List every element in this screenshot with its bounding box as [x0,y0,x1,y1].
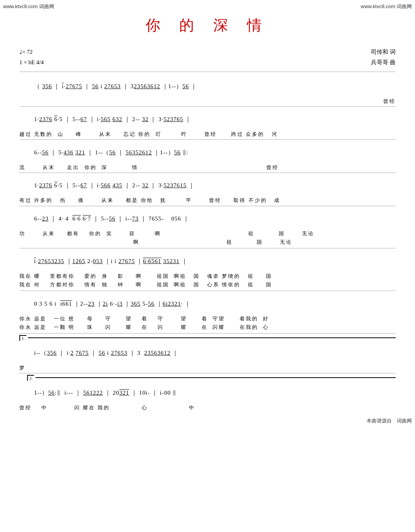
ending2-lyrics: 曾经 中 闪 耀在 我的 心 中 [19,404,396,411]
v2l2-notes: 6--23 ｜ 4· 4 6·6 6·7 ｜ 5--56 ｜ i--73 ｜ 7… [19,208,396,231]
watermark-bottom-right: 词曲网 [397,417,412,424]
intro-group: （ 356 ｜ i·27675 ｜ 56 i 27653 ｜ 323563612… [19,72,396,107]
v2l1-lyrics: 有过 许多的 伤 痛 从来 都是 你给 抚 平 曾经 取得 不少的 成 [19,197,396,204]
chorus1-lyrics1: 我在 哪 里都有你 爱的 身 影 啊 祖国 啊祖 国 魂牵 梦绕的 祖 国 [19,273,396,280]
meta-right: 司传和 词 兵哥哥 曲 [371,47,396,68]
chorus1-group: i·27653235 ｜1265 2-053 ｜i i 27675 ｜6·656… [19,250,396,291]
repeat-bracket-1: 1. [19,335,26,341]
v1l1-notes: 1·2376 6·5 ｜ 5--67 ｜ i·565 632 ｜ 2-- 32 … [19,108,396,131]
v1l2-group: 6--56 ｜ 5·436 321 ｜ 1--（56 ｜ 56352612 ｜1… [19,141,396,173]
v2l2-lyrics1: 功 从来 都有 你的 笑 容 啊 祖 国 无论 [19,230,396,237]
meta-left: ♩= 72 1 = bE 4/4 [19,47,44,68]
bottom-source: 本曲谱源自 [367,417,392,424]
chorus2-group: 0 3 5 6 i i661 ｜2--23 ｜2i 6·-i3 ｜365 5-5… [19,293,396,334]
ending2-notes: 1--）56:‖ i--- ｜ 561222 ｜ 20321 ｜ 10i- ｜ … [19,381,396,404]
intro-lyrics: 曾经 [19,98,396,105]
ending1-lyrics: 梦 [19,364,396,371]
v2l1-notes: 1·2376 6·5 ｜ 5--67 ｜ i·566 435 ｜ 2-- 32 … [19,174,396,197]
song-title: 你 的 深 情 [19,15,396,35]
page: www.ktvc8.com 词曲网 www.ktvc8.com 词曲网 你 的 … [0,0,415,428]
lyricist-label: 兵哥哥 曲 [371,57,396,68]
chorus2-lyrics1: 你永 远是 一位 慈 母 守 望 着 守 望 着 守望 着我的 好 [19,315,396,322]
tempo-marking: ♩= 72 [19,47,44,57]
chorus1-lyrics2: 我在 何 方都对你 情有 独 钟 啊 祖国 啊祖 国 心系 情依的 祖 国 [19,281,396,288]
watermark-top-right: www.ktvc8.com 词曲网 [361,3,412,10]
v1l1-group: 1·2376 6·5 ｜ 5--67 ｜ i·565 632 ｜ 2-- 32 … [19,108,396,140]
chorus1-notes: i·27653235 ｜1265 2-053 ｜i i 27675 ｜6·656… [19,250,396,273]
repeat-bracket-2: 2. [27,375,34,381]
key-marking: 1 = bE 4/4 [19,57,44,68]
watermark-top-left: www.ktvc8.com 词曲网 [3,3,54,10]
meta-row: ♩= 72 1 = bE 4/4 司传和 词 兵哥哥 曲 [19,47,396,68]
v1l2-lyrics: 流 从末 走出 你的 深 情 曾经 [19,164,396,171]
v1l1-lyrics: 越过 无数的 山 峰 从末 忘记 你的 叮 咛 曾经 跨过 众多的 河 [19,131,396,138]
ending2-group: 2. 1--）56:‖ i--- ｜ 561222 ｜ 20321 ｜ 10i-… [19,375,396,411]
chorus2-notes: 0 3 5 6 i i661 ｜2--23 ｜2i 6·-i3 ｜365 5-5… [19,293,396,315]
chorus2-lyrics2: 你永 远是 一颗 明 珠 闪 耀 在 闪 耀 在 闪耀 在我的 心 [19,324,396,331]
v1l2-notes: 6--56 ｜ 5·436 321 ｜ 1--（56 ｜ 56352612 ｜1… [19,141,396,164]
ending1-notes: i--（356 ｜ i·2 7675 ｜ 56 i 27653 ｜ 3 2356… [19,342,396,364]
v2l1-group: 1·2376 6·5 ｜ 5--67 ｜ i·566 435 ｜ 2-- 32 … [19,174,396,206]
ending1-group: 1. i--（356 ｜ i·2 7675 ｜ 56 i 27653 ｜ 3 2… [19,335,396,373]
v2l2-lyrics2: 啊 祖 国 无论 [19,239,396,246]
score-section: （ 356 ｜ i·27675 ｜ 56 i 27653 ｜ 323563612… [19,72,396,411]
intro-notes: （ 356 ｜ i·27675 ｜ 56 i 27653 ｜ 323563612… [19,75,396,98]
composer-label: 司传和 词 [371,47,396,57]
v2l2-group: 6--23 ｜ 4· 4 6·6 6·7 ｜ 5--56 ｜ i--73 ｜ 7… [19,208,396,249]
